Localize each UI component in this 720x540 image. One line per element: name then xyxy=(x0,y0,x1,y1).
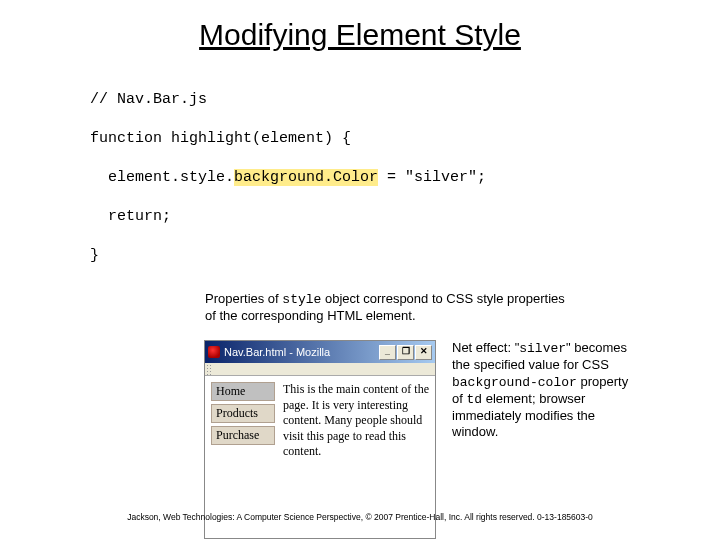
footer-citation: Jackson, Web Technologies: A Computer Sc… xyxy=(0,512,720,522)
text-seg: Net effect: " xyxy=(452,340,519,355)
nav-column: Home Products Purchase xyxy=(211,382,275,532)
code-seg: = "silver"; xyxy=(378,169,486,186)
code-line: } xyxy=(90,246,720,266)
code-keyword: silver xyxy=(519,341,566,356)
nav-item-home[interactable]: Home xyxy=(211,382,275,401)
code-line: function highlight(element) { xyxy=(90,129,720,149)
code-line: // Nav.Bar.js xyxy=(90,90,720,110)
page-title: Modifying Element Style xyxy=(0,18,720,52)
window-title: Nav.Bar.html - Mozilla xyxy=(224,346,379,358)
minimize-button[interactable]: _ xyxy=(379,345,396,360)
code-keyword: style xyxy=(282,292,321,307)
code-block: // Nav.Bar.js function highlight(element… xyxy=(90,70,720,285)
maximize-button[interactable]: ❐ xyxy=(397,345,414,360)
text-seg: Properties of xyxy=(205,291,282,306)
code-keyword: td xyxy=(466,392,482,407)
toolbar-grip-icon xyxy=(205,363,213,375)
nav-item-products[interactable]: Products xyxy=(211,404,275,423)
code-keyword: background-color xyxy=(452,375,577,390)
annotation-net-effect: Net effect: "silver" becomes the specifi… xyxy=(452,340,637,441)
annotation-style-properties: Properties of style object correspond to… xyxy=(205,291,575,325)
code-highlight: background.Color xyxy=(234,169,378,186)
code-line: element.style.background.Color = "silver… xyxy=(90,168,720,188)
browser-window: Nav.Bar.html - Mozilla _ ❐ ✕ Home Produc… xyxy=(204,340,436,539)
mozilla-icon xyxy=(208,346,220,358)
close-button[interactable]: ✕ xyxy=(415,345,432,360)
titlebar: Nav.Bar.html - Mozilla _ ❐ ✕ xyxy=(205,341,435,363)
code-line: return; xyxy=(90,207,720,227)
main-content-text: This is the main content of the page. It… xyxy=(283,382,429,532)
nav-item-purchase[interactable]: Purchase xyxy=(211,426,275,445)
code-seg: element.style. xyxy=(90,169,234,186)
toolbar xyxy=(205,363,435,376)
